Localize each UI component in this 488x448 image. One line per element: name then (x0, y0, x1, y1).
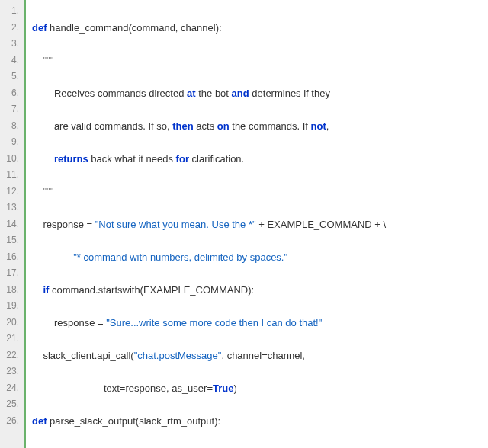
code-line: if command.startswith(EXAMPLE_COMMAND): (32, 282, 386, 299)
code-line: are valid commands. If so, then acts on … (32, 118, 386, 135)
line-number: 10. (3, 151, 19, 168)
line-number: 1. (3, 3, 19, 20)
code-line: response = "Sure...write some more code … (32, 315, 386, 331)
line-number: 25. (3, 396, 19, 413)
line-number: 11. (3, 167, 19, 184)
line-number: 22. (3, 347, 19, 364)
code-line: Receives commands directed at the bot an… (32, 85, 386, 102)
line-number: 24. (3, 380, 19, 397)
line-number: 21. (3, 331, 19, 347)
line-number: 16. (3, 249, 19, 266)
code-line: response = "Not sure what you mean. Use … (32, 216, 386, 233)
line-number: 26. (3, 413, 19, 430)
code-block: 1.2.3.4.5.6.7.8.9.10.11.12.13.14.15.16.1… (0, 0, 488, 448)
line-number: 5. (3, 69, 19, 85)
line-number: 4. (3, 53, 19, 69)
code-line: """ (32, 184, 386, 200)
code-line: text=response, as_user=True) (32, 380, 386, 397)
line-number: 12. (3, 184, 19, 200)
line-number: 23. (3, 363, 19, 380)
line-number: 3. (3, 36, 19, 53)
code-line: "* command with numbers, delimited by sp… (32, 249, 386, 266)
line-number: 18. (3, 282, 19, 299)
line-number: 8. (3, 118, 19, 135)
code-line: def handle_command(command, channel): (32, 20, 386, 37)
code-line: def parse_slack_output(slack_rtm_output)… (32, 413, 386, 430)
line-number: 19. (3, 298, 19, 315)
line-number-gutter: 1.2.3.4.5.6.7.8.9.10.11.12.13.14.15.16.1… (0, 0, 26, 448)
line-number: 6. (3, 85, 19, 102)
code-line: """ (32, 53, 386, 69)
line-number: 17. (3, 265, 19, 282)
line-number: 9. (3, 134, 19, 151)
line-number: 13. (3, 200, 19, 216)
code-content: def handle_command(command, channel): ""… (26, 0, 392, 448)
code-line: """ (32, 446, 386, 449)
code-line: returns back what it needs for clarifica… (32, 151, 386, 168)
line-number: 2. (3, 20, 19, 37)
line-number: 14. (3, 216, 19, 233)
code-line: slack_client.api_call("chat.postMessage"… (32, 347, 386, 364)
line-number: 7. (3, 101, 19, 118)
line-number: 15. (3, 232, 19, 249)
line-number: 20. (3, 315, 19, 331)
